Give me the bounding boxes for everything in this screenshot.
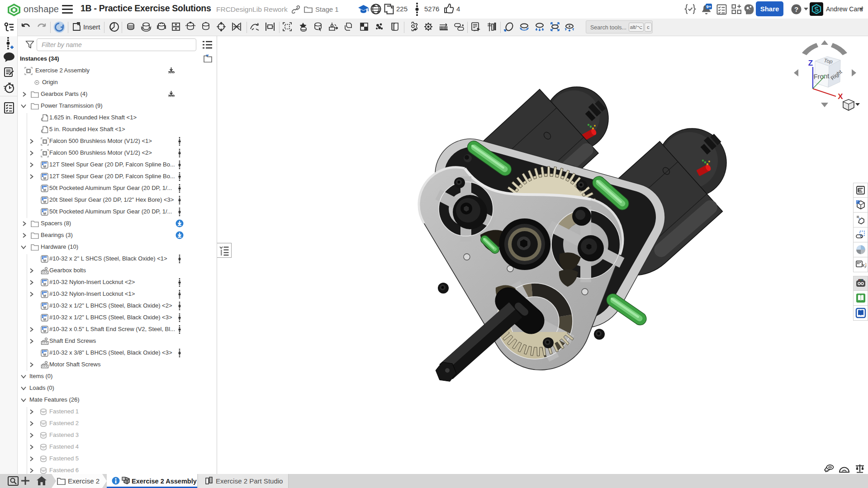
svg-text:x): x)	[862, 261, 866, 268]
svg-text:9+: 9+	[707, 4, 711, 9]
svg-text:?: ?	[794, 5, 798, 13]
svg-text:Z: Z	[808, 59, 813, 67]
svg-text:Top: Top	[823, 57, 833, 65]
